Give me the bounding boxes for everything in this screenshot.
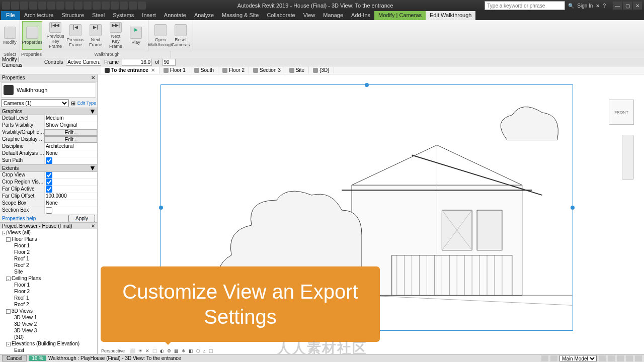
instance-select[interactable]: Cameras (1) [1,99,69,107]
tab-modify-cameras[interactable]: Modify | Cameras [374,11,426,20]
view-control-icon[interactable]: ⬡ [195,348,202,354]
signin-link[interactable]: Sign In [577,3,593,9]
reset-cameras-button[interactable]: Reset Cameras [171,21,191,50]
viewcube[interactable]: FRONT [609,100,634,125]
status-icon[interactable] [617,355,624,361]
qat-dim-icon[interactable] [65,2,73,10]
prop-edit-button[interactable]: Edit... [44,136,97,143]
qat-measure-icon[interactable] [56,2,64,10]
tree-toggle-icon[interactable]: - [2,231,7,235]
qat-switch-icon[interactable] [129,2,137,10]
view-tab-site[interactable]: Site [285,67,309,73]
tree-toggle-icon[interactable]: - [6,309,11,314]
prop-value[interactable]: Medium [44,115,97,122]
view-control-icon[interactable]: ◧ [187,348,195,354]
view-tab-floor2[interactable]: Floor 2 [218,67,249,73]
prop-value[interactable]: 100.0000 [44,193,97,200]
tab-insert[interactable]: Insert [138,11,160,20]
tree-item[interactable]: Roof 1 [0,295,97,301]
prop-value[interactable]: None [44,150,97,157]
status-icon[interactable] [626,355,633,361]
qat-revit-icon[interactable] [2,2,10,10]
tab-steel[interactable]: Steel [88,11,109,20]
search-input[interactable] [485,1,565,10]
tree-item[interactable]: Floor 1 [0,242,97,249]
view-control-icon[interactable]: ✕ [144,348,151,354]
close-icon[interactable]: ✕ [91,75,95,80]
status-icon[interactable] [608,355,615,361]
view-control-icon[interactable]: ⬚ [151,348,158,354]
tab-view[interactable]: View [299,11,319,20]
tab-structure[interactable]: Structure [57,11,88,20]
tree-item[interactable]: 3D View 2 [0,321,97,327]
prop-checkbox[interactable] [44,179,97,186]
tab-collaborate[interactable]: Collaborate [263,11,299,20]
status-icon[interactable] [599,355,606,361]
close-icon[interactable]: ✕ [91,223,95,228]
close-button[interactable]: ✕ [633,2,642,10]
exchange-icon[interactable]: ✕ [596,3,600,9]
view-mode-label[interactable]: Perspective [100,348,126,354]
tree-item[interactable]: -Floor Plans [0,236,97,242]
prop-checkbox[interactable] [44,207,97,214]
tree-item[interactable]: Site [0,268,97,275]
status-icon[interactable] [541,355,548,361]
prop-value[interactable]: Show Original [44,122,97,129]
tree-item[interactable]: 3D View 1 [0,314,97,321]
qat-redo-icon[interactable] [38,2,46,10]
view-control-icon[interactable]: ❄ [180,348,187,354]
view-control-icon[interactable]: ⬚ [207,348,215,354]
view-tab-section3[interactable]: Section 3 [249,67,285,73]
play-button[interactable]: ▶Play [126,21,146,50]
tab-edit-walkthrough[interactable]: Edit Walkthrough [426,11,475,20]
tab-massing[interactable]: Massing & Site [218,11,263,20]
workset-select[interactable]: Main Model [559,355,597,362]
view-tab-floor1[interactable]: Floor 1 [159,67,190,73]
tab-analyze[interactable]: Analyze [190,11,218,20]
modify-button[interactable]: Modify [2,21,18,50]
tab-architecture[interactable]: Architecture [20,11,58,20]
qat-dropdown-icon[interactable] [138,2,146,10]
qat-3d-icon[interactable] [93,2,101,10]
prop-checkbox[interactable] [44,172,97,178]
properties-button[interactable]: Properties [22,21,42,50]
apply-button[interactable]: Apply [68,215,95,222]
maximize-button[interactable]: ▢ [623,2,632,10]
navigation-bar[interactable] [622,135,634,180]
view-control-icon[interactable]: ▵ [202,348,207,354]
prop-value[interactable]: Architectural [44,143,97,150]
view-control-icon[interactable]: ⬜ [128,348,137,354]
prev-frame-button[interactable]: |◀Previous Frame [65,21,86,50]
view-tab-entrance[interactable]: To the entrance✕ [101,67,159,73]
minimize-button[interactable]: — [613,2,622,10]
tab-systems[interactable]: Systems [109,11,138,20]
tree-item[interactable]: Roof 2 [0,262,97,268]
controls-dropdown[interactable] [66,59,101,66]
type-selector[interactable]: Walkthrough [1,82,96,98]
prop-group-header[interactable]: Graphics⯆ [0,108,97,115]
tree-item[interactable]: -Elevations (Building Elevation) [0,340,97,347]
infocenter-icon[interactable]: 🔍 [568,3,574,9]
tree-item[interactable]: -Ceiling Plans [0,275,97,282]
tree-item[interactable]: {3D} [0,334,97,340]
close-icon[interactable]: ✕ [151,67,155,73]
file-tab[interactable]: File [1,11,20,20]
prop-value[interactable]: None [44,200,97,207]
qat-undo-icon[interactable] [29,2,37,10]
status-icon[interactable] [550,355,557,361]
tree-item[interactable]: -Views (all) [0,229,97,236]
tree-item[interactable]: Floor 2 [0,288,97,295]
qat-save-icon[interactable] [20,2,28,10]
view-tab-3d[interactable]: {3D} [309,67,334,73]
prev-keyframe-button[interactable]: |◀◀Previous Key Frame [45,21,65,50]
tree-item[interactable]: Floor 1 [0,282,97,288]
open-walkthrough-button[interactable]: Open Walkthrough [150,21,171,50]
prop-edit-button[interactable]: Edit... [44,129,97,136]
properties-help-link[interactable]: Properties help [2,216,36,221]
edit-type-link[interactable]: Edit Type [77,101,96,106]
next-keyframe-button[interactable]: ▶▶|Next Key Frame [106,21,126,50]
qat-thin-icon[interactable] [111,2,119,10]
frame-total[interactable] [163,59,176,66]
tree-item[interactable]: Roof 1 [0,255,97,262]
cancel-button[interactable]: Cancel [2,355,27,361]
